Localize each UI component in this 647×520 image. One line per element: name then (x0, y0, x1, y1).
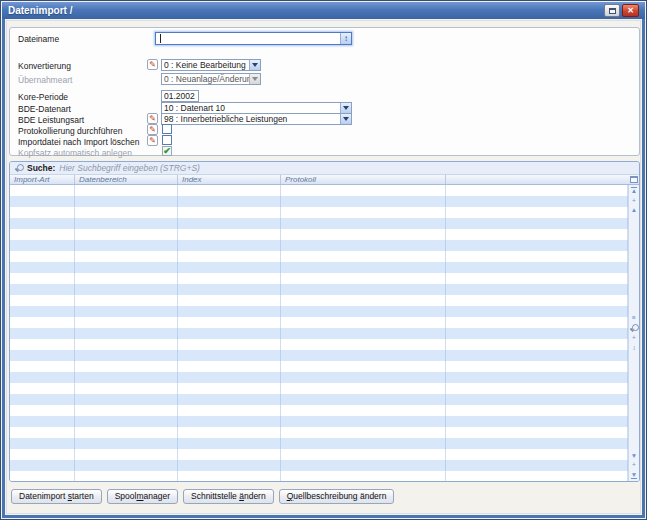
dateiname-dropdown-button[interactable]: ↕ (340, 33, 351, 44)
table-row[interactable] (10, 383, 628, 394)
search-icon (15, 164, 23, 172)
import-settings-group: Dateiname ↕ Konvertierung ✎ 0 : Keine Be… (9, 27, 640, 156)
table-row[interactable] (10, 394, 628, 405)
table-cell (75, 273, 178, 284)
table-row[interactable] (10, 460, 628, 471)
menu-icon[interactable]: ≡ (632, 315, 636, 322)
table-row[interactable] (10, 284, 628, 295)
table-row[interactable] (10, 262, 628, 273)
table-row[interactable] (10, 339, 628, 350)
table-row[interactable] (10, 449, 628, 460)
table-row[interactable] (10, 240, 628, 251)
table-cell (75, 372, 178, 383)
bde-leistungsart-dropdown-button[interactable] (340, 114, 351, 124)
table-cell (10, 229, 75, 240)
table-cell (75, 218, 178, 229)
konvertierung-edit-button[interactable]: ✎ (147, 59, 158, 70)
table-row[interactable] (10, 471, 628, 481)
table-cell (446, 306, 628, 317)
maximize-button[interactable] (604, 4, 620, 17)
table-row[interactable] (10, 196, 628, 207)
append-row-icon[interactable]: + (632, 462, 636, 469)
search-label: Suche: (27, 163, 55, 173)
title-bar[interactable]: Datenimport / ✕ (2, 2, 645, 19)
table-row[interactable] (10, 218, 628, 229)
uebernahmeart-label: Übernahmeart (18, 75, 72, 85)
table-row[interactable] (10, 372, 628, 383)
resize-icon[interactable]: ↕ (632, 345, 635, 352)
scroll-to-top-icon[interactable]: ▲ (631, 187, 637, 195)
side-toolbar-middle-group: ≡+↕ (630, 315, 638, 352)
table-row[interactable] (10, 405, 628, 416)
column-header-index[interactable]: Index (178, 175, 281, 184)
table-cell (75, 383, 178, 394)
dateiname-combobox[interactable]: ↕ (155, 32, 352, 45)
table-cell (75, 295, 178, 306)
column-header-import-art[interactable]: Import-Art (10, 175, 75, 184)
datenimport-starten-button[interactable]: Datenimport starten (11, 489, 102, 504)
table-cell (178, 284, 281, 295)
table-row[interactable] (10, 273, 628, 284)
table-row[interactable] (10, 306, 628, 317)
column-header-protokoll[interactable]: Protokoll (281, 175, 446, 184)
protokollierung-checkbox[interactable] (162, 124, 172, 134)
close-button[interactable]: ✕ (622, 4, 639, 17)
table-row[interactable] (10, 185, 628, 196)
table-cell (446, 317, 628, 328)
bde-leistungsart-select[interactable]: 98 : Innerbetriebliche Leistungen (161, 113, 352, 125)
scroll-to-bottom-icon[interactable]: ▼ (631, 472, 637, 480)
protokollierung-edit-button[interactable]: ✎ (147, 124, 158, 135)
bde-datenart-dropdown-button[interactable] (340, 103, 351, 113)
table-row[interactable] (10, 229, 628, 240)
column-options-button[interactable] (628, 175, 639, 184)
konvertierung-value: 0 : Keine Bearbeitung (162, 60, 249, 70)
search-bar[interactable]: Suche: Hier Suchbegriff eingeben (STRG+S… (10, 162, 639, 175)
chevron-down-icon (252, 77, 258, 81)
scroll-up-icon[interactable]: ▲ (631, 207, 637, 214)
table-cell (10, 196, 75, 207)
kore-periode-input[interactable]: 01.2002 (161, 90, 199, 102)
table-row[interactable] (10, 251, 628, 262)
table-cell (178, 372, 281, 383)
table-cell (75, 394, 178, 405)
grid-options-icon (630, 176, 638, 183)
table-cell (75, 328, 178, 339)
bde-leistungsart-edit-button[interactable]: ✎ (147, 113, 158, 124)
side-toolbar-bottom-group: ▼+▼ (631, 453, 637, 480)
table-cell (446, 438, 628, 449)
table-cell (178, 438, 281, 449)
add-icon[interactable]: + (632, 335, 636, 342)
table-row[interactable] (10, 295, 628, 306)
table-row[interactable] (10, 207, 628, 218)
table-row[interactable] (10, 427, 628, 438)
konvertierung-dropdown-button[interactable] (249, 60, 260, 70)
importdatei-edit-button[interactable]: ✎ (147, 135, 158, 146)
table-cell (75, 350, 178, 361)
table-cell (281, 383, 446, 394)
importdatei-checkbox[interactable] (162, 135, 172, 145)
table-cell (446, 460, 628, 471)
table-cell (178, 471, 281, 481)
quellbeschreibung-aendern-button[interactable]: Quellbeschreibung ändern (279, 489, 395, 504)
table-row[interactable] (10, 361, 628, 372)
table-cell (281, 372, 446, 383)
search-icon[interactable] (630, 324, 638, 332)
spoolmanager-button[interactable]: Spoolmanager (107, 489, 178, 504)
table-row[interactable] (10, 438, 628, 449)
table-cell (446, 405, 628, 416)
scroll-down-icon[interactable]: ▼ (631, 453, 637, 460)
schnittstelle-aendern-button[interactable]: Schnittstelle ändern (183, 489, 274, 504)
window-controls: ✕ (604, 4, 639, 17)
table-cell (178, 295, 281, 306)
column-header-extra[interactable] (446, 175, 628, 184)
konvertierung-select[interactable]: 0 : Keine Bearbeitung (161, 59, 261, 71)
table-row[interactable] (10, 416, 628, 427)
table-cell (10, 262, 75, 273)
insert-row-icon[interactable]: + (632, 198, 636, 205)
column-header-datenbereich[interactable]: Datenbereich (75, 175, 178, 184)
table-cell (75, 262, 178, 273)
table-row[interactable] (10, 350, 628, 361)
table-row[interactable] (10, 328, 628, 339)
table-row[interactable] (10, 317, 628, 328)
table-cell (446, 339, 628, 350)
